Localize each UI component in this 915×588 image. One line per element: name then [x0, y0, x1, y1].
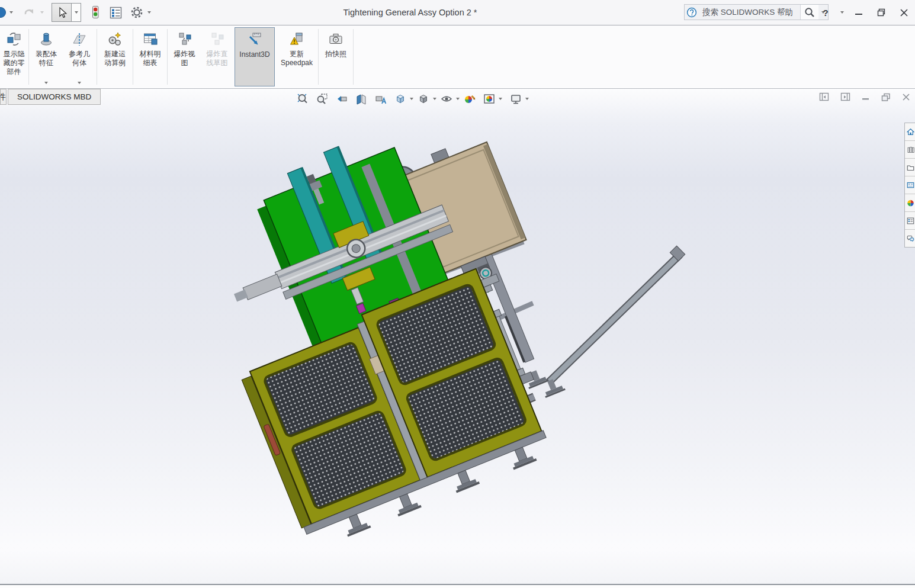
- traffic-light-icon[interactable]: [87, 4, 102, 21]
- options-list-icon[interactable]: [108, 4, 123, 21]
- ribbon-button-label: Instant3D: [239, 50, 269, 59]
- help-caret-icon[interactable]: [840, 11, 844, 14]
- model-3d[interactable]: [0, 89, 915, 584]
- ribbon-button-label: 动算例: [104, 59, 126, 68]
- update-speedpak-icon: [288, 30, 305, 49]
- dropdown-caret-icon[interactable]: [44, 82, 48, 84]
- title-bar: Tightening General Assy Option 2 * 搜索 SO…: [0, 0, 915, 25]
- view-orientation-icon[interactable]: [392, 91, 408, 107]
- view-orientation-caret-icon[interactable]: [408, 98, 415, 100]
- view-settings-caret-icon[interactable]: [524, 98, 531, 100]
- ribbon-divider: [97, 29, 97, 85]
- task-pane-tab-view-palette[interactable]: [905, 176, 915, 194]
- restore-button[interactable]: [874, 4, 889, 21]
- help-button[interactable]: ?: [818, 4, 833, 21]
- ribbon-divider: [28, 29, 29, 85]
- ribbon-button-update-speedpak[interactable]: 更新 Speedpak: [276, 25, 317, 88]
- dynamic-annotation-views-icon[interactable]: [373, 91, 389, 107]
- new-motion-study-icon: [107, 30, 123, 49]
- ribbon-divider: [318, 29, 319, 85]
- ribbon-button-label: 参考几: [69, 50, 90, 59]
- assembly-features-icon: [38, 30, 54, 49]
- reference-geometry-icon: [71, 30, 88, 49]
- graphics-viewport[interactable]: 件 SOLIDWORKS MBD: [0, 89, 915, 584]
- task-pane-tab-appearances[interactable]: [905, 194, 915, 212]
- status-bar: [0, 584, 915, 588]
- bill-of-materials-icon: [142, 30, 159, 49]
- apply-scene-icon[interactable]: [481, 91, 497, 107]
- take-snapshot-icon: [328, 30, 344, 49]
- close-button[interactable]: [896, 4, 911, 21]
- hide-show-items-icon[interactable]: [438, 91, 454, 107]
- ribbon-button-label: 装配体: [36, 50, 57, 59]
- dropdown-caret-icon[interactable]: [72, 3, 81, 22]
- ribbon-divider: [167, 29, 168, 85]
- display-style-icon[interactable]: [415, 91, 431, 107]
- minimize-button[interactable]: [851, 4, 866, 21]
- document-window-controls: [819, 92, 910, 102]
- doc-restore-icon[interactable]: [881, 93, 891, 102]
- ribbon-button-label: 特征: [39, 59, 53, 68]
- doc-minimize-icon[interactable]: [862, 93, 870, 101]
- search-input[interactable]: 搜索 SOLIDWORKS 帮助: [699, 7, 800, 18]
- tab-partial[interactable]: 件: [0, 89, 7, 105]
- apply-scene-caret-icon[interactable]: [497, 98, 504, 100]
- doc-close-icon[interactable]: [902, 93, 910, 101]
- dropdown-caret-icon[interactable]: [40, 11, 44, 14]
- ribbon-button-label: Speedpak: [281, 59, 313, 68]
- task-pane-tab-forum[interactable]: [905, 230, 915, 247]
- hide-show-items-caret-icon[interactable]: [454, 98, 461, 100]
- collapse-right-pane-icon[interactable]: [840, 92, 850, 102]
- ribbon-button-label: 材料明: [140, 50, 161, 59]
- ribbon-divider: [133, 29, 133, 85]
- instant3d-icon: [246, 30, 263, 49]
- exploded-view-icon: [176, 30, 193, 49]
- ribbon-button-explode-line-sketch: 爆炸直 线草图: [201, 25, 233, 88]
- gear-icon[interactable]: [129, 4, 145, 21]
- edit-appearance-icon[interactable]: [461, 91, 477, 107]
- ribbon-button-reference-geometry[interactable]: 参考几 何体: [63, 25, 96, 88]
- dropdown-caret-icon[interactable]: [147, 11, 151, 14]
- display-style-caret-icon[interactable]: [431, 98, 438, 100]
- ribbon-button-label: 图: [181, 59, 188, 68]
- select-cursor-icon[interactable]: [52, 3, 72, 22]
- command-manager-ribbon: 显示隐 藏的零 部件 装配体 特征 参考几 何体: [0, 25, 915, 89]
- ribbon-button-label: 更新: [290, 50, 304, 59]
- ribbon-button-label: 爆炸直: [207, 50, 228, 59]
- search-icon[interactable]: [800, 5, 818, 20]
- ribbon-button-new-motion-study[interactable]: 新建运 动算例: [98, 25, 132, 88]
- task-pane-tab-custom-properties[interactable]: [905, 212, 915, 230]
- previous-view-icon[interactable]: [333, 91, 349, 107]
- section-view-icon[interactable]: [353, 91, 369, 107]
- search-box[interactable]: 搜索 SOLIDWORKS 帮助: [684, 4, 829, 20]
- view-settings-icon[interactable]: [508, 91, 524, 107]
- ribbon-button-assembly-features[interactable]: 装配体 特征: [30, 25, 63, 88]
- ribbon-button-bill-of-materials[interactable]: 材料明 细表: [134, 25, 166, 88]
- dropdown-caret-icon[interactable]: [78, 82, 81, 84]
- ribbon-button-label: 显示隐: [4, 50, 25, 59]
- select-tool-group: [52, 3, 81, 22]
- ribbon-button-label: 藏的零: [4, 59, 25, 68]
- command-tab-bar: 件 SOLIDWORKS MBD: [0, 89, 101, 105]
- collapse-left-pane-icon[interactable]: [819, 92, 829, 102]
- task-pane-tab-home[interactable]: [905, 123, 915, 141]
- ribbon-button-exploded-view[interactable]: 爆炸视 图: [168, 25, 201, 88]
- ribbon-button-instant3d[interactable]: Instant3D: [235, 27, 275, 86]
- tab-solidworks-mbd[interactable]: SOLIDWORKS MBD: [8, 89, 101, 105]
- zoom-to-fit-icon[interactable]: [294, 91, 310, 107]
- ribbon-button-label: 部件: [7, 68, 21, 76]
- ribbon-button-label: 新建运: [104, 50, 126, 59]
- ribbon-divider: [353, 29, 354, 85]
- ribbon-button-take-snapshot[interactable]: 拍快照: [319, 25, 352, 88]
- explode-line-sketch-icon: [209, 30, 226, 49]
- undo-icon[interactable]: [22, 4, 37, 21]
- task-pane-tab-file-explorer[interactable]: [905, 159, 915, 176]
- file-partial-icon[interactable]: [0, 4, 7, 21]
- window-title: Tightening General Assy Option 2 *: [178, 0, 643, 25]
- dropdown-caret-icon[interactable]: [9, 11, 13, 14]
- zoom-to-area-icon[interactable]: [314, 91, 330, 107]
- ribbon-button-show-hidden-components[interactable]: 显示隐 藏的零 部件: [0, 25, 28, 88]
- quick-access-toolbar: [0, 0, 154, 25]
- ribbon-button-label: 拍快照: [325, 50, 346, 59]
- task-pane-tab-design-library[interactable]: [905, 141, 915, 159]
